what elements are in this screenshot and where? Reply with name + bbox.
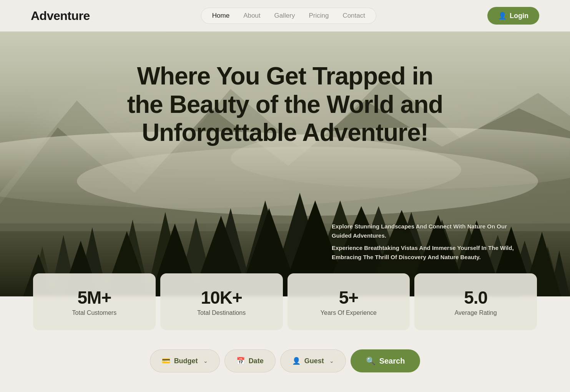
guest-chevron-icon: ⌄ [329,358,334,364]
login-button[interactable]: 👤 Login [487,7,539,25]
svg-point-5 [77,147,538,216]
stat-card-destinations: 10K+ Total Destinations [160,273,283,330]
stats-bar: 5M+ Total Customers 10K+ Total Destinati… [0,273,570,330]
stat-card-rating: 5.0 Average Rating [414,273,537,330]
date-icon: 📅 [236,357,245,365]
guest-label: Guest [304,357,324,365]
nav-logo: Adventure [31,9,90,23]
hero-content: Where You Get Trapped in the Beauty of t… [0,31,570,147]
login-label: Login [510,12,528,20]
stat-label-customers: Total Customers [56,309,133,316]
hero-desc-line2: Experience Breathtaking Vistas And Immer… [332,243,524,262]
nav-link-pricing[interactable]: Pricing [309,12,329,20]
budget-chevron-icon: ⌄ [203,358,208,364]
search-button[interactable]: 🔍 Search [351,349,420,372]
nav-link-home[interactable]: Home [212,12,229,20]
date-filter[interactable]: 📅 Date [224,349,276,372]
stat-number-destinations: 10K+ [183,287,260,308]
stat-label-destinations: Total Destinations [183,309,260,316]
stat-label-experience: Years Of Experience [311,309,387,316]
stat-card-customers: 5M+ Total Customers [33,273,156,330]
guest-filter[interactable]: 👤 Guest ⌄ [280,349,346,372]
stat-card-experience: 5+ Years Of Experience [287,273,410,330]
hero-description: Explore Stunning Landscapes And Connect … [332,222,524,262]
budget-icon: 💳 [162,357,170,365]
stat-number-rating: 5.0 [437,287,514,308]
nav-link-about[interactable]: About [243,12,260,20]
user-icon: 👤 [498,12,507,20]
nav-link-contact[interactable]: Contact [342,12,365,20]
budget-label: Budget [174,357,198,365]
hero-desc-line1: Explore Stunning Landscapes And Connect … [332,222,524,240]
stat-number-customers: 5M+ [56,287,133,308]
search-bar: 💳 Budget ⌄ 📅 Date 👤 Guest ⌄ 🔍 Search [0,349,570,372]
search-icon: 🔍 [366,356,376,366]
budget-filter[interactable]: 💳 Budget ⌄ [150,349,220,372]
guest-icon: 👤 [292,357,301,365]
date-label: Date [249,357,264,365]
hero-section: Where You Get Trapped in the Beauty of t… [0,31,570,296]
hero-title: Where You Get Trapped in the Beauty of t… [120,62,450,147]
nav-links: Home About Gallery Pricing Contact [201,8,376,24]
stat-label-rating: Average Rating [437,309,514,316]
nav-link-gallery[interactable]: Gallery [274,12,295,20]
navbar: Adventure Home About Gallery Pricing Con… [0,0,570,31]
stat-number-experience: 5+ [311,287,387,308]
search-label: Search [379,357,405,366]
